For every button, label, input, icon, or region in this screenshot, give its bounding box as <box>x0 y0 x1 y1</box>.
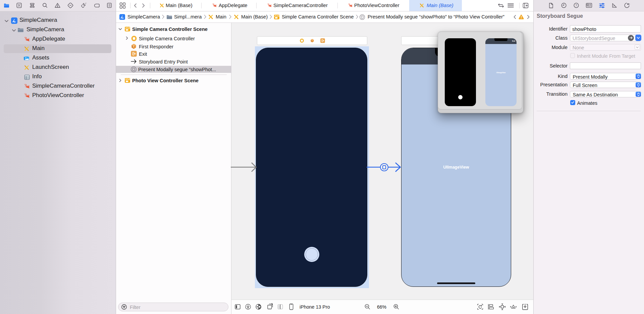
svg-text:1: 1 <box>133 45 134 48</box>
svg-text:?: ? <box>575 3 577 7</box>
